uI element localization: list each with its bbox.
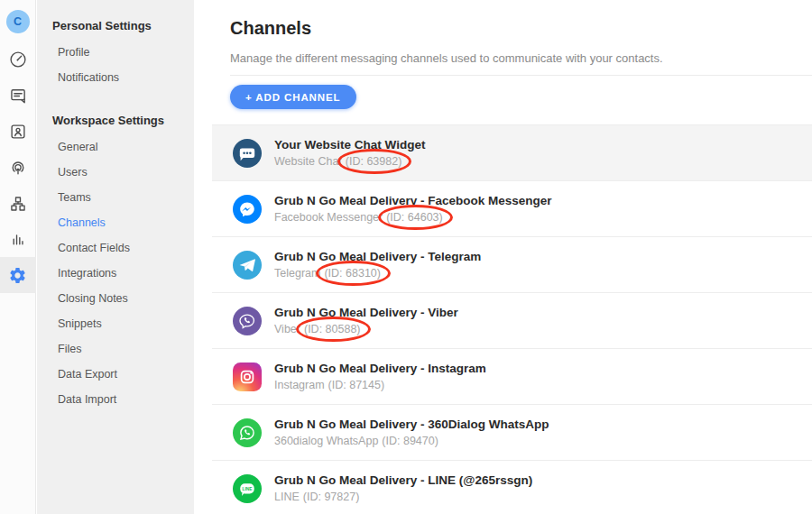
channel-subtitle: Instagram(ID: 87145) (274, 379, 486, 391)
channel-type: Viber (274, 323, 300, 335)
sidebar-item-teams[interactable]: Teams (37, 185, 194, 210)
channel-row[interactable]: Grub N Go Meal Delivery - Viber Viber(ID… (212, 293, 812, 349)
sidebar-section-title: Personal Settings (37, 12, 194, 40)
channel-name: Grub N Go Meal Delivery - Facebook Messe… (274, 194, 552, 207)
channel-icon: LINE (233, 474, 262, 503)
channel-type: Facebook Messenger (274, 211, 383, 224)
avatar[interactable]: C (6, 10, 30, 33)
sidebar-item-users[interactable]: Users (37, 160, 194, 185)
channel-type: 360dialog WhatsApp (274, 435, 378, 447)
channel-icon (233, 139, 262, 168)
workflows-icon[interactable] (0, 192, 36, 216)
annotation-ellipse (296, 317, 371, 342)
channel-name: Grub N Go Meal Delivery - 360Dialog What… (274, 418, 549, 431)
sidebar-item-data-export[interactable]: Data Export (37, 362, 194, 387)
channel-name: Grub N Go Meal Delivery - Telegram (274, 250, 481, 263)
channel-subtitle: Website Chat(ID: 63982) (274, 155, 425, 168)
channel-id: (ID: 63982) (346, 155, 402, 168)
sidebar-item-contact-fields[interactable]: Contact Fields (37, 235, 194, 261)
channel-subtitle: LINE(ID: 97827) (274, 491, 532, 503)
sidebar-item-closing-notes[interactable]: Closing Notes (37, 286, 194, 311)
sidebar-section-title: Workspace Settings (37, 106, 194, 134)
channel-row[interactable]: Grub N Go Meal Delivery - Facebook Messe… (212, 181, 812, 237)
add-channel-button[interactable]: + ADD CHANNEL (230, 85, 356, 109)
sidebar-item-files[interactable]: Files (37, 336, 194, 362)
channel-subtitle: Viber(ID: 80588) (274, 323, 458, 335)
sidebar-item-general[interactable]: General (37, 134, 194, 160)
page-title: Channels (230, 18, 812, 39)
svg-text:LINE: LINE (243, 486, 254, 491)
settings-sidebar: Personal SettingsProfileNotificationsWor… (37, 0, 194, 514)
channel-id: (ID: 80588) (304, 323, 361, 335)
channel-row[interactable]: Grub N Go Meal Delivery - 360Dialog What… (212, 405, 812, 461)
annotation-ellipse (378, 205, 453, 230)
channel-subtitle: Facebook Messenger(ID: 64603) (274, 211, 552, 224)
channel-row[interactable]: LINE Grub N Go Meal Delivery - LINE (@26… (212, 461, 812, 514)
messaging-icon[interactable] (0, 84, 36, 107)
sidebar-item-notifications[interactable]: Notifications (37, 65, 194, 90)
broadcast-icon[interactable] (0, 156, 36, 179)
channel-type: Instagram (274, 379, 325, 391)
channel-id: (ID: 89470) (382, 435, 438, 447)
channel-row[interactable]: Your Website Chat Widget Website Chat(ID… (212, 125, 812, 181)
channel-icon (233, 195, 262, 224)
sidebar-item-data-import[interactable]: Data Import (37, 387, 194, 412)
channel-icon (233, 418, 262, 447)
sidebar-section-personal-settings: Personal SettingsProfileNotifications (37, 12, 194, 90)
sidebar-section-workspace-settings: Workspace SettingsGeneralUsersTeamsChann… (37, 106, 194, 412)
reports-icon[interactable] (0, 228, 36, 252)
channel-icon (233, 251, 262, 280)
contacts-icon[interactable] (0, 120, 36, 143)
dashboard-icon[interactable] (0, 48, 36, 71)
channel-name: Your Website Chat Widget (274, 138, 425, 151)
channel-subtitle: 360dialog WhatsApp(ID: 89470) (274, 435, 549, 447)
icon-rail: C (0, 0, 36, 514)
channel-id: (ID: 87145) (328, 379, 385, 391)
channel-icon (233, 363, 262, 391)
channel-subtitle: Telegram(ID: 68310) (274, 267, 481, 280)
sidebar-item-snippets[interactable]: Snippets (37, 311, 194, 336)
channel-id: (ID: 68310) (324, 267, 381, 280)
channel-id: (ID: 97827) (303, 491, 360, 503)
channel-name: Grub N Go Meal Delivery - Viber (274, 306, 458, 319)
channel-list: Your Website Chat Widget Website Chat(ID… (212, 124, 812, 514)
channel-type: LINE (274, 491, 300, 503)
channel-row[interactable]: Grub N Go Meal Delivery - Telegram Teleg… (212, 237, 812, 293)
annotation-ellipse (316, 261, 391, 286)
channel-type: Telegram (274, 267, 320, 280)
channel-name: Grub N Go Meal Delivery - Instagram (274, 362, 486, 375)
channel-name: Grub N Go Meal Delivery - LINE (@265rssg… (274, 473, 532, 487)
sidebar-item-integrations[interactable]: Integrations (37, 261, 194, 286)
channel-type: Website Chat (274, 155, 342, 168)
channel-icon (233, 307, 262, 335)
settings-icon[interactable] (0, 257, 36, 293)
sidebar-item-profile[interactable]: Profile (37, 40, 194, 65)
header-divider (230, 75, 812, 76)
page-description: Manage the different messaging channels … (230, 51, 812, 65)
main-content: Channels Manage the different messaging … (194, 0, 812, 514)
channel-row[interactable]: Grub N Go Meal Delivery - Instagram Inst… (212, 349, 812, 405)
annotation-ellipse (337, 149, 412, 174)
sidebar-item-channels[interactable]: Channels (37, 210, 194, 235)
channel-id: (ID: 64603) (386, 211, 443, 224)
